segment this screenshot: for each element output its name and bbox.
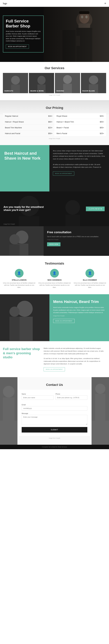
service-card-beard[interactable]: BEARD & MORE — [29, 73, 54, 93]
pricing-service-price: $34+ — [48, 115, 52, 117]
mens-haircut-description: Amet luctus venenatis lectus magna fring… — [53, 306, 105, 314]
pricing-image-credit: Image from Freepik — [3, 138, 106, 139]
pricing-service-price: $23+ — [48, 126, 52, 129]
contact-name-group: Name — [22, 393, 53, 400]
svg-point-17 — [63, 75, 72, 84]
hero-description: Amet luctus venenatis lectus magna fring… — [6, 30, 41, 42]
pricing-section: Our Pricing Regular Haircut$34+Royal Sha… — [0, 100, 109, 145]
full-service-book-button[interactable]: BOOK AN APPOINTMENT — [44, 367, 65, 371]
testimonial-avatar: 👤 — [15, 269, 24, 278]
shave-image-credit: Image from Freepik — [4, 223, 15, 225]
mens-haircut-right: Mens Haircut, Beard Trim Amet luctus ven… — [49, 294, 109, 341]
service-card-haircuts[interactable]: HAIRCUTS — [3, 73, 28, 93]
svg-point-11 — [11, 76, 20, 84]
service-label: RAZOR BLADE — [82, 90, 95, 92]
pricing-row: Haircut and Facial$50+ — [3, 130, 54, 136]
contact-name-input[interactable] — [22, 396, 53, 400]
hero-title: Full Service Barber Shop — [6, 19, 41, 28]
svg-rect-42 — [95, 394, 105, 421]
svg-rect-12 — [11, 84, 20, 93]
service-card-razor[interactable]: RAZOR BLADE — [81, 73, 106, 93]
hero-section: Full Service Barber Shop Amet luctus ven… — [0, 7, 109, 62]
pricing-service-name: Royal Shave — [57, 115, 67, 117]
best-haircut-desc1: Arcu cursus vitae congue mauris rhoncus … — [53, 150, 105, 160]
contact-section: Contact Us Name Phone Email Message — [0, 377, 109, 445]
pricing-service-price: $50+ — [48, 132, 52, 134]
pricing-service-name: Haircut and Facial — [5, 132, 20, 134]
testimonial-card: 👤 ELLA CHAMBER Urna cros accumsan lacus … — [74, 269, 106, 288]
consultation-description: Get in touch with our expert barbers for… — [47, 236, 105, 238]
testimonial-name: ELLA CHAMBER — [74, 279, 106, 281]
testimonial-text: Urna cros accumsan lacus vel facilisis v… — [3, 282, 35, 288]
svg-point-41 — [95, 384, 105, 394]
shave-text: Are you ready for the smoothest shave yo… — [4, 206, 47, 212]
contact-phone-input[interactable] — [56, 396, 87, 400]
pricing-title: Our Pricing — [3, 106, 106, 110]
consultation-right: Free consultation Get in touch with our … — [44, 226, 109, 256]
testimonial-name: NICK GOODMAN — [38, 279, 71, 281]
hero-book-button[interactable]: BOOK AN APPOINTMENT — [6, 44, 29, 49]
mens-haircut-book-button[interactable]: BOOK AN APPOINTMENT — [53, 319, 75, 323]
pricing-service-name: Beard Trim Machine — [5, 126, 22, 129]
pricing-row: Men's Facial$25+ — [54, 130, 106, 136]
services-grid: HAIRCUTS BEARD & MORE SHAVING — [3, 73, 106, 93]
svg-rect-36 — [10, 317, 20, 341]
svg-point-33 — [17, 301, 33, 317]
pricing-row: Haircut + Beard Trim$55+ — [54, 119, 106, 125]
consultation-title: Free consultation — [47, 230, 105, 234]
mens-haircut-section: Mens Haircut, Beard Trim Amet luctus ven… — [0, 294, 109, 341]
testimonial-card: 👤 NICK GOODMAN Urna cros accumsan lacus … — [38, 269, 71, 288]
svg-rect-15 — [38, 84, 46, 93]
contact-inner: Contact Us Name Phone Email Message — [18, 383, 91, 439]
contact-message-label: Message — [22, 412, 87, 414]
pricing-row: Beard Trim Machine$23+ — [3, 125, 54, 130]
full-service-right: Mattis molestie a iaculis at erat pellen… — [44, 347, 106, 371]
pricing-service-name: Haircut + Royal Shave — [5, 121, 24, 123]
service-label: HAIRCUTS — [4, 90, 13, 92]
contact-email-input[interactable] — [22, 406, 87, 410]
shave-section: Are you ready for the smoothest shave yo… — [0, 192, 109, 226]
pricing-row: Regular Haircut$34+ — [3, 113, 54, 119]
svg-rect-39 — [3, 398, 15, 421]
contact-email-label: Email — [22, 404, 87, 406]
mens-haircut-image-credit: Image from Freepik — [53, 315, 105, 316]
contact-image-credit: Image from Freepik — [18, 438, 91, 439]
nav-menu-icon[interactable]: ≡ — [104, 2, 106, 5]
best-haircut-book-button[interactable]: BOOK AN APPOINTMENT — [53, 172, 74, 176]
shave-phone-button[interactable]: +1 (777) 787 87 78 — [86, 206, 105, 211]
navigation: logo ≡ — [0, 0, 109, 7]
full-service-desc2: Ut sed fac in id nisl. In ac aliqu ligul… — [44, 357, 106, 365]
svg-point-20 — [89, 76, 98, 84]
consultation-book-button[interactable]: BOOK NOW — [47, 242, 60, 246]
services-title: Our Services — [3, 66, 106, 70]
testimonial-card: 👤 STELLA LANDON Urna cros accumsan lacus… — [3, 269, 35, 288]
contact-title: Contact Us — [18, 383, 91, 387]
svg-rect-31 — [10, 244, 20, 255]
testimonial-name: STELLA LANDON — [3, 279, 35, 281]
footer-text: Complete list is listed for Brak Service… — [42, 446, 67, 448]
full-service-desc1: Mattis molestie a iaculis at erat pellen… — [44, 347, 106, 355]
service-card-shaving[interactable]: SHAVING — [55, 73, 80, 93]
contact-submit-button[interactable]: SUBMIT — [22, 427, 87, 432]
testimonials-title: Testimonials — [3, 262, 106, 266]
testimonial-avatar: 👤 — [50, 269, 59, 278]
testimonials-section: Testimonials 👤 STELLA LANDON Urna cros a… — [0, 256, 109, 294]
best-haircut-right: Arcu cursus vitae congue mauris rhoncus … — [49, 145, 109, 192]
full-service-section: Full service barber shop & men's groomin… — [0, 341, 109, 377]
contact-name-phone-row: Name Phone — [22, 393, 87, 402]
pricing-service-price: $55+ — [100, 126, 104, 129]
pricing-service-name: Beard + Facial — [57, 126, 69, 129]
consultation-image-credit: Image from Freepik — [47, 239, 105, 240]
svg-point-38 — [3, 386, 15, 398]
consultation-section: Free consultation Get in touch with our … — [0, 226, 109, 256]
best-haircut-title: Best Haircut and Shave in New York — [4, 151, 45, 160]
contact-message-input[interactable] — [22, 415, 87, 425]
hero-box: Full Service Barber Shop Amet luctus ven… — [3, 16, 44, 52]
service-label: BEARD & MORE — [30, 90, 44, 92]
full-service-left: Full service barber shop & men's groomin… — [3, 347, 44, 371]
contact-message-group: Message — [22, 412, 87, 425]
service-label: SHAVING — [56, 90, 64, 92]
svg-rect-18 — [63, 84, 72, 93]
testimonial-text: Urna cros accumsan lacus vel facilisis v… — [38, 282, 71, 288]
pricing-title-wrap: Our Pricing — [3, 106, 106, 110]
